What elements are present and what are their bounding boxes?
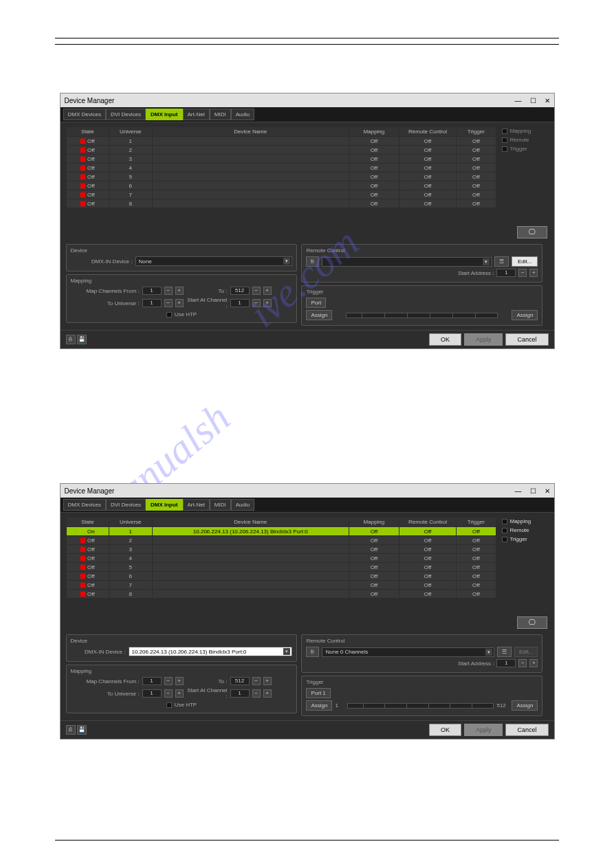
- maximize-button[interactable]: ☐: [530, 487, 536, 495]
- table-row[interactable]: Off2OffOffOff: [66, 146, 496, 155]
- table-row[interactable]: Off4OffOffOff: [66, 164, 496, 173]
- inc-button[interactable]: +: [263, 689, 272, 698]
- start-channel[interactable]: 1: [230, 689, 250, 698]
- tab-dvi-devices[interactable]: DVI Devices: [106, 499, 146, 511]
- dec-button[interactable]: −: [518, 269, 527, 277]
- chk-mapping[interactable]: [502, 519, 507, 524]
- save-icon[interactable]: 💾: [77, 725, 87, 735]
- list-icon-button[interactable]: ☰: [494, 256, 509, 267]
- tab-midi[interactable]: MIDI: [210, 109, 231, 120]
- open-icon[interactable]: ⎙: [66, 725, 76, 735]
- inc-button[interactable]: +: [529, 269, 538, 277]
- tab-midi[interactable]: MIDI: [210, 499, 231, 511]
- tab-dmx-devices[interactable]: DMX Devices: [63, 109, 106, 120]
- save-icon[interactable]: 💾: [77, 335, 87, 344]
- start-address[interactable]: 1: [496, 269, 516, 277]
- open-icon[interactable]: ⎙: [66, 335, 76, 344]
- dec-button[interactable]: −: [252, 299, 261, 307]
- tab-dmx-input[interactable]: DMX Input: [146, 109, 183, 120]
- table-row[interactable]: Off7OffOffOff: [66, 190, 496, 199]
- map-to[interactable]: 512: [230, 287, 250, 295]
- dec-button[interactable]: −: [252, 287, 261, 295]
- close-button[interactable]: ✕: [545, 487, 550, 495]
- chk-mapping[interactable]: [502, 129, 507, 134]
- start-channel[interactable]: 1: [230, 299, 250, 307]
- dec-button[interactable]: −: [518, 659, 527, 667]
- table-row[interactable]: Off2OffOffOff: [66, 536, 496, 545]
- maximize-button[interactable]: ☐: [530, 97, 536, 104]
- dec-button[interactable]: −: [164, 287, 173, 295]
- tab-audio[interactable]: Audio: [231, 109, 254, 120]
- minimize-button[interactable]: —: [515, 97, 522, 104]
- port-button[interactable]: Port: [306, 298, 326, 308]
- trigger-slider[interactable]: [346, 313, 498, 318]
- assign-button-2[interactable]: Assign: [512, 700, 538, 711]
- table-row[interactable]: Off3OffOffOff: [66, 545, 496, 554]
- dmxin-dropdown[interactable]: None ▾: [135, 256, 293, 266]
- remote-dropdown[interactable]: None 0 Channels ▾: [322, 647, 494, 657]
- monitor-icon[interactable]: 🖵: [517, 616, 547, 629]
- dec-button[interactable]: −: [164, 299, 173, 307]
- table-row[interactable]: Off8OffOffOff: [66, 199, 496, 208]
- table-row-selected[interactable]: On110.206.224.13 (10.206.224.13) BindIdx…: [66, 527, 496, 536]
- map-to[interactable]: 512: [230, 677, 250, 685]
- map-from[interactable]: 1: [142, 677, 162, 685]
- inc-button[interactable]: +: [175, 299, 184, 307]
- apply-button[interactable]: Apply: [464, 333, 503, 346]
- dec-button[interactable]: −: [164, 677, 173, 685]
- chk-htp[interactable]: [166, 702, 172, 708]
- chk-trigger[interactable]: [502, 537, 507, 542]
- chk-htp[interactable]: [166, 312, 172, 318]
- inc-button[interactable]: +: [175, 677, 184, 685]
- assign-button[interactable]: Assign: [306, 310, 332, 320]
- dmxin-dropdown[interactable]: 10.206.224.13 (10.206.224.13) BindIdx3 P…: [129, 647, 293, 656]
- inc-button[interactable]: +: [175, 287, 184, 295]
- table-row[interactable]: Off1OffOffOff: [66, 137, 496, 146]
- assign-button[interactable]: Assign: [306, 700, 332, 711]
- remote-icon-button[interactable]: ⎘: [306, 647, 319, 657]
- dec-button[interactable]: −: [252, 689, 261, 698]
- monitor-icon[interactable]: 🖵: [517, 226, 547, 238]
- table-row[interactable]: Off8OffOffOff: [66, 590, 496, 599]
- inc-button[interactable]: +: [263, 299, 272, 307]
- tab-dvi-devices[interactable]: DVI Devices: [106, 109, 146, 120]
- table-row[interactable]: Off6OffOffOff: [66, 181, 496, 190]
- table-row[interactable]: Off7OffOffOff: [66, 581, 496, 590]
- table-row[interactable]: Off4OffOffOff: [66, 554, 496, 563]
- remote-icon-button[interactable]: ⎘: [306, 256, 319, 267]
- chk-remote[interactable]: [502, 137, 507, 143]
- tab-dmx-input[interactable]: DMX Input: [146, 499, 183, 511]
- table-row[interactable]: Off3OffOffOff: [66, 155, 496, 164]
- tab-artnet[interactable]: Art-Net: [183, 109, 210, 120]
- tab-audio[interactable]: Audio: [231, 499, 254, 511]
- ok-button[interactable]: OK: [429, 333, 461, 346]
- assign-button-2[interactable]: Assign: [512, 310, 538, 320]
- table-row[interactable]: Off5OffOffOff: [66, 563, 496, 572]
- list-icon-button[interactable]: ☰: [497, 647, 512, 657]
- cancel-button[interactable]: Cancel: [505, 724, 548, 736]
- close-button[interactable]: ✕: [545, 97, 550, 104]
- edit-button[interactable]: Edit...: [512, 256, 538, 267]
- dec-button[interactable]: −: [252, 677, 261, 685]
- start-address[interactable]: 1: [496, 659, 516, 667]
- remote-dropdown[interactable]: ▾: [322, 257, 492, 267]
- chk-trigger[interactable]: [502, 146, 507, 152]
- tab-dmx-devices[interactable]: DMX Devices: [63, 499, 106, 511]
- trigger-slider[interactable]: [347, 703, 494, 709]
- inc-button[interactable]: +: [263, 677, 272, 685]
- table-row[interactable]: Off6OffOffOff: [66, 572, 496, 581]
- inc-button[interactable]: +: [175, 689, 184, 698]
- dec-button[interactable]: −: [164, 689, 173, 698]
- apply-button[interactable]: Apply: [464, 724, 503, 736]
- port-button[interactable]: Port 1: [306, 688, 330, 698]
- inc-button[interactable]: +: [529, 659, 538, 667]
- chk-remote[interactable]: [502, 528, 507, 533]
- to-universe[interactable]: 1: [142, 299, 162, 307]
- ok-button[interactable]: OK: [429, 724, 461, 736]
- inc-button[interactable]: +: [263, 287, 272, 295]
- map-from[interactable]: 1: [142, 287, 162, 295]
- to-universe[interactable]: 1: [142, 689, 162, 698]
- table-row[interactable]: Off5OffOffOff: [66, 173, 496, 181]
- tab-artnet[interactable]: Art-Net: [183, 499, 210, 511]
- cancel-button[interactable]: Cancel: [505, 333, 548, 346]
